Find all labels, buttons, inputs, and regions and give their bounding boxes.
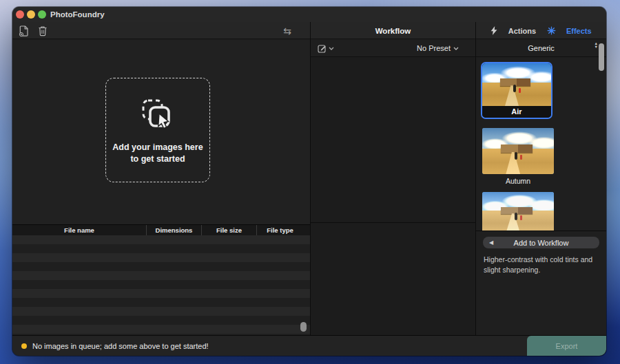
preset-dropdown[interactable]: No Preset xyxy=(417,44,459,52)
lightning-icon xyxy=(490,26,497,35)
image-queue-panel: Add your images here to get started File… xyxy=(12,40,310,335)
add-to-workflow-label: Add to Workflow xyxy=(514,239,569,247)
swap-panels-icon[interactable]: ⇆ xyxy=(281,25,293,37)
effects-panel-divider xyxy=(476,231,606,231)
zoom-window-button[interactable] xyxy=(38,10,46,19)
column-file-size[interactable]: File size xyxy=(201,225,256,235)
workflow-header: Workflow xyxy=(311,22,475,39)
workflow-panel: No Preset xyxy=(311,40,475,335)
image-dropzone[interactable]: Add your images here to get started xyxy=(105,78,210,182)
effects-scrollbar-thumb[interactable] xyxy=(599,43,604,71)
sparkle-icon xyxy=(547,26,556,35)
effect-card-autumn[interactable]: Autumn xyxy=(482,128,554,185)
column-file-name[interactable]: File name xyxy=(12,225,146,235)
effect-preview-image xyxy=(482,192,554,231)
effect-category-value: Generic xyxy=(528,44,555,52)
effects-list: Air Autumn xyxy=(476,58,606,231)
app-window: PhotoFoundry ⇆ xyxy=(12,7,606,356)
add-to-workflow-button[interactable]: ◀ Add to Workflow xyxy=(483,237,599,248)
preset-dropdown-value: No Preset xyxy=(417,44,451,52)
panel-header-row: ⇆ Workflow Actions Effects xyxy=(12,22,606,39)
drop-images-icon xyxy=(138,95,178,135)
preset-bar: No Preset xyxy=(311,40,475,57)
tab-actions[interactable]: Actions xyxy=(508,27,536,35)
status-message: No images in queue; add some above to ge… xyxy=(32,336,209,356)
effect-card-partial[interactable] xyxy=(482,192,554,231)
file-table-scrollbar-thumb[interactable] xyxy=(300,322,307,332)
queue-toolbar: ⇆ xyxy=(12,22,310,39)
effect-category-select[interactable]: Generic ▲▼ xyxy=(476,40,606,57)
title-bar: PhotoFoundry xyxy=(12,7,606,22)
close-window-button[interactable] xyxy=(16,10,24,19)
effect-name: Autumn xyxy=(482,177,554,185)
effect-preview-image xyxy=(482,128,554,174)
select-chevrons-icon: ▲▼ xyxy=(595,42,598,49)
effect-description: Higher-contrast with cold tints and slig… xyxy=(484,255,601,275)
effect-preview-image xyxy=(482,63,551,106)
status-bar: No images in queue; add some above to ge… xyxy=(12,335,606,356)
left-arrow-icon: ◀ xyxy=(489,239,493,246)
dropzone-text: Add your images here to get started xyxy=(112,142,203,165)
effect-card-air[interactable]: Air xyxy=(481,62,552,119)
workflow-title: Workflow xyxy=(375,27,411,35)
add-files-icon[interactable] xyxy=(17,25,30,37)
file-table-empty-rows xyxy=(12,235,310,335)
effects-panel: Generic ▲▼ Air Autumn xyxy=(476,40,606,335)
column-dimensions[interactable]: Dimensions xyxy=(146,225,201,235)
file-table-header: File name Dimensions File size File type xyxy=(12,224,310,235)
window-title: PhotoFoundry xyxy=(50,7,105,23)
trash-icon[interactable] xyxy=(37,25,49,37)
export-button[interactable]: Export xyxy=(527,336,606,356)
tab-effects[interactable]: Effects xyxy=(566,27,592,35)
effects-actions-tabs: Actions Effects xyxy=(476,22,606,39)
effect-name: Air xyxy=(482,106,551,118)
workflow-panel-divider xyxy=(311,222,475,223)
column-file-type[interactable]: File type xyxy=(256,225,303,235)
status-dot-icon xyxy=(21,343,27,349)
minimize-window-button[interactable] xyxy=(27,10,35,19)
edit-preset-icon[interactable] xyxy=(318,44,334,53)
